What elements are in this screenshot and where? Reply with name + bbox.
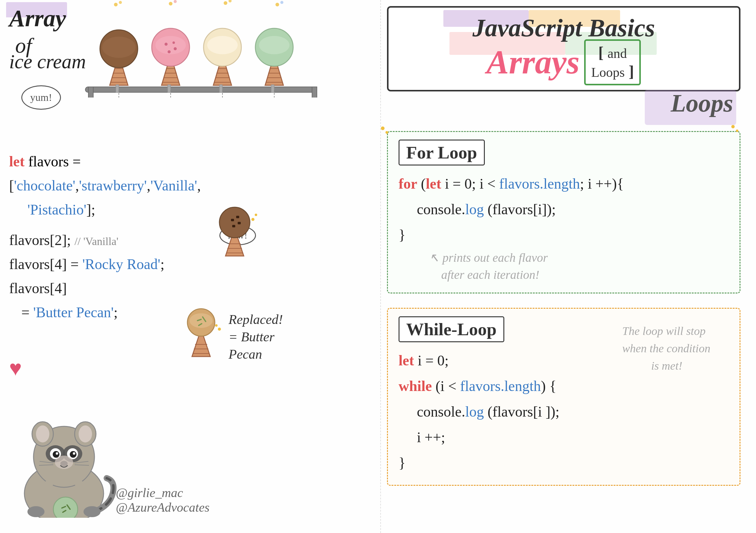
svg-rect-46: [168, 85, 171, 92]
while-keyword: while: [398, 378, 432, 394]
arrays-title: Arrays: [487, 43, 580, 82]
svg-rect-48: [271, 85, 274, 92]
raccoon-illustration: )): [6, 396, 122, 518]
svg-text:)): )): [41, 516, 51, 518]
strawberry-val: 'strawberry': [79, 177, 147, 194]
flavors-2-line: flavors[2]; // 'Vanilla': [9, 228, 201, 252]
for-line-2: console.log (flavors[i]);: [398, 197, 729, 222]
for-loop-code: for (let i = 0; i < flavors.length; i ++…: [398, 171, 729, 248]
svg-rect-43: [88, 87, 93, 97]
svg-point-6: [229, 0, 231, 2]
svg-point-8: [280, 1, 284, 4]
yum-text: yum!: [30, 92, 52, 103]
svg-point-2: [119, 1, 122, 4]
while-line-3: console.log (flavors[i ]);: [398, 399, 616, 424]
dot-4: [736, 129, 738, 132]
let-keyword: let: [9, 153, 25, 170]
page: Array of ice cream yum!: [0, 0, 756, 533]
svg-point-61: [219, 207, 250, 238]
svg-point-82: [36, 425, 49, 442]
for-loop-section: For Loop for (let i = 0; i < flavors.len…: [387, 131, 741, 293]
attribution: @girlie_mac @AzureAdvocates: [116, 486, 210, 515]
while-loop-code: let i = 0; while (i < flavors.length) { …: [398, 348, 616, 476]
vanilla-val: 'Vanilla': [150, 177, 197, 194]
array-declaration: ['chocolate','strawberry','Vanilla',: [9, 173, 201, 198]
for-let-keyword: let: [426, 175, 441, 192]
js-title-box: JavaScript Basics Arrays [ andLoops ]: [387, 6, 741, 92]
flavors-4-line: flavors[4]: [9, 276, 201, 300]
while-let-keyword: let: [398, 352, 414, 368]
dot-1: [381, 126, 385, 130]
brackets-box: [ andLoops ]: [584, 39, 641, 85]
butter-pecan-val: 'Butter Pecan': [33, 304, 114, 320]
svg-point-102: [53, 497, 78, 518]
divider: [380, 0, 381, 533]
svg-point-91: [56, 452, 58, 455]
ice-cream-illustration: [0] [1] [2] [3]: [55, 0, 329, 97]
replaced-label: Replaced!= ButterPecan: [229, 311, 283, 363]
svg-rect-47: [219, 85, 223, 92]
butter-pecan-cone: [177, 299, 231, 360]
for-length: flavors.length: [499, 175, 580, 192]
flavors-eq: flavors =: [25, 153, 81, 170]
for-keyword: for: [398, 175, 417, 192]
attribution-line1: @girlie_mac: [116, 486, 210, 500]
svg-point-77: [218, 328, 221, 331]
svg-rect-65: [238, 222, 241, 224]
svg-point-1: [114, 3, 118, 6]
while-loop-label: While-Loop: [398, 316, 504, 342]
attribution-line2: @AzureAdvocates: [116, 500, 210, 515]
flavors-2-code: flavors[2];: [9, 232, 71, 248]
svg-point-66: [251, 218, 255, 221]
for-log: log: [465, 201, 484, 217]
while-line-5: }: [398, 450, 616, 476]
svg-rect-42: [85, 87, 317, 92]
for-line-1: for (let i = 0; i < flavors.length; i ++…: [398, 171, 729, 197]
js-basics-title: JavaScript Basics: [399, 14, 728, 42]
while-line-4: i ++;: [398, 424, 616, 450]
svg-rect-45: [116, 85, 119, 92]
pistachio-line: 'Pistachio'];: [9, 198, 201, 222]
while-log: log: [465, 404, 484, 420]
svg-point-3: [169, 2, 173, 6]
svg-point-100: [84, 506, 100, 517]
svg-point-84: [79, 425, 92, 442]
dot-2: [386, 131, 388, 134]
svg-rect-63: [236, 216, 239, 218]
while-loop-section: While-Loop let i = 0; while (i < flavors…: [387, 308, 741, 486]
while-loop-note: The loop will stopwhen the condition is …: [622, 316, 729, 375]
heart-decoration: ♥: [9, 356, 22, 381]
array-word: Array: [9, 5, 66, 31]
for-line-3: }: [398, 222, 729, 248]
for-loop-note: ↖ prints out each flavor after each iter…: [398, 249, 729, 283]
svg-point-92: [73, 452, 75, 455]
svg-point-16: [102, 37, 136, 58]
svg-point-78: [215, 324, 218, 327]
chocolate-val: 'chocolate': [14, 177, 75, 194]
array-title: Array: [9, 5, 66, 32]
svg-rect-64: [232, 225, 235, 227]
svg-point-27: [155, 36, 186, 54]
let-flavors-line: let flavors =: [9, 149, 201, 173]
svg-point-5: [224, 1, 227, 5]
svg-point-67: [255, 214, 257, 216]
svg-point-34: [207, 36, 238, 54]
while-length: flavors.length: [460, 378, 541, 394]
vanilla-comment: // 'Vanilla': [75, 235, 119, 248]
loops-label: Loops: [671, 89, 733, 118]
rocky-road-val: 'Rocky Road': [82, 256, 160, 272]
svg-rect-62: [231, 219, 234, 221]
svg-point-4: [174, 0, 177, 3]
svg-point-89: [53, 451, 59, 458]
svg-rect-44: [312, 87, 317, 97]
left-code-section: let flavors = ['chocolate','strawberry',…: [9, 149, 201, 324]
svg-point-7: [276, 3, 279, 6]
svg-point-90: [70, 451, 76, 458]
for-loop-label: For Loop: [398, 140, 485, 166]
svg-point-41: [259, 36, 289, 54]
butter-pecan-line: = 'Butter Pecan';: [9, 300, 201, 324]
pistachio-val: 'Pistachio': [27, 201, 86, 218]
while-line-1: let i = 0;: [398, 348, 616, 373]
svg-point-73: [190, 313, 213, 328]
dot-3: [731, 125, 735, 128]
